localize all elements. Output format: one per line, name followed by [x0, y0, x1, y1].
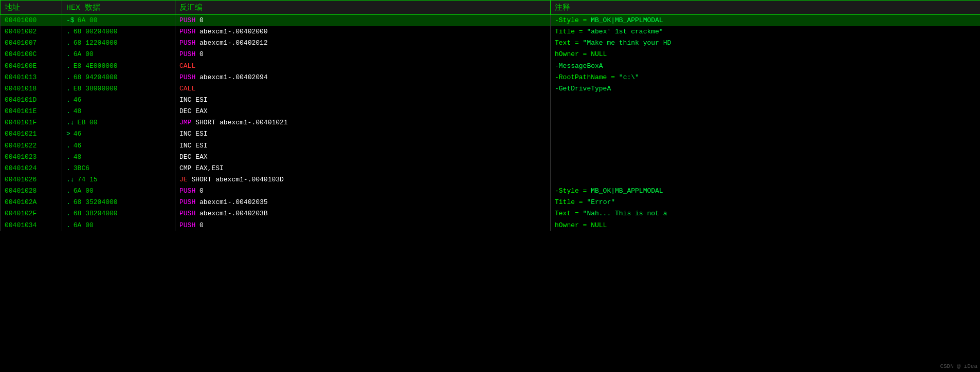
cell-asm: JMP SHORT abexcm1-.00401021	[175, 117, 551, 128]
cell-address: 00401022	[1, 140, 62, 152]
cell-address: 00401002	[1, 26, 62, 38]
row-marker: .↓	[66, 119, 75, 126]
comment-token: hOwner = NULL	[555, 50, 607, 58]
row-marker: >	[66, 130, 70, 138]
address-value: 00401013	[5, 73, 37, 81]
cell-address: 00401034	[1, 220, 62, 231]
hex-value: 46	[74, 142, 82, 150]
asm-token: DEC	[179, 107, 191, 115]
asm-token: abexcm1-.00402000	[195, 28, 267, 35]
table-row[interactable]: 00401000-$6A 00PUSH 0-Style = MB_OK|MB_A…	[1, 15, 981, 27]
table-row[interactable]: 0040102F.68 3B204000PUSH abexcm1-.004020…	[1, 208, 981, 219]
watermark-label: CSDN @ iDea	[940, 363, 977, 369]
table-row[interactable]: 0040101F.↓EB 00JMP SHORT abexcm1-.004010…	[1, 117, 981, 128]
table-row[interactable]: 0040102A.68 35204000PUSH abexcm1-.004020…	[1, 197, 981, 208]
hex-value: 6A 00	[74, 187, 94, 195]
table-row[interactable]: 00401013.68 94204000PUSH abexcm1-.004020…	[1, 72, 981, 83]
asm-token: CALL	[179, 62, 195, 70]
asm-token: EAX	[191, 107, 207, 115]
hex-value: 6A 00	[74, 221, 94, 229]
asm-token: abexcm1-.00402012	[195, 39, 267, 47]
cell-comment	[551, 152, 981, 163]
cell-comment	[551, 174, 981, 185]
cell-asm: INC ESI	[175, 128, 551, 140]
cell-comment: Text = "Nah... This is not a	[551, 208, 981, 219]
disassembly-table: 地址 HEX 数据 反汇编 注释 00401000-$6A 00PUSH 0-S…	[0, 0, 980, 231]
hex-value: 68 94204000	[74, 73, 118, 81]
cell-asm: INC ESI	[175, 140, 551, 152]
cell-asm: PUSH abexcm1-.0040203B	[175, 208, 551, 219]
asm-token: EAX	[191, 153, 207, 161]
row-marker: .	[66, 187, 70, 195]
row-marker: .	[66, 164, 70, 172]
asm-token: PUSH	[179, 210, 195, 217]
row-marker: .	[66, 198, 70, 206]
cell-comment: Text = "Make me think your HD	[551, 38, 981, 49]
cell-address: 00401013	[1, 72, 62, 83]
address-value: 00401024	[5, 164, 37, 172]
row-marker: .↓	[66, 176, 75, 183]
cell-address: 0040102F	[1, 208, 62, 219]
cell-asm: JE SHORT abexcm1-.0040103D	[175, 174, 551, 185]
hex-value: EB 00	[78, 119, 98, 126]
table-row[interactable]: 0040101E.48DEC EAX	[1, 106, 981, 117]
cell-asm: DEC EAX	[175, 106, 551, 117]
asm-token: abexcm1-.00402035	[195, 198, 267, 206]
table-row[interactable]: 00401021>46INC ESI	[1, 128, 981, 140]
asm-token: 0	[195, 50, 204, 58]
address-value: 00401021	[5, 130, 37, 138]
asm-token: INC	[179, 130, 191, 138]
asm-token: PUSH	[179, 187, 195, 195]
asm-token: PUSH	[179, 16, 195, 24]
table-row[interactable]: 0040101D.46INC ESI	[1, 95, 981, 106]
asm-token: EAX,ESI	[191, 164, 223, 172]
cell-hex: .46	[62, 95, 175, 106]
row-marker: .	[66, 210, 70, 217]
table-row[interactable]: 00401034.6A 00PUSH 0 hOwner = NULL	[1, 220, 981, 231]
hex-value: 68 00204000	[74, 28, 118, 35]
cell-hex: .68 3B204000	[62, 208, 175, 219]
table-row[interactable]: 0040100C.6A 00PUSH 0 hOwner = NULL	[1, 49, 981, 60]
comment-token: Text =	[555, 39, 583, 47]
comment-token: -Style =	[555, 187, 591, 195]
address-value: 0040100E	[5, 62, 37, 70]
hex-value: 48	[74, 153, 82, 161]
address-value: 00401002	[5, 28, 37, 35]
asm-token: PUSH	[179, 28, 195, 35]
table-row[interactable]: 00401022.46INC ESI	[1, 140, 981, 152]
cell-address: 0040102A	[1, 197, 62, 208]
col-asm-header: 反汇编	[175, 1, 551, 15]
comment-token: Title =	[555, 198, 587, 206]
cell-comment	[551, 163, 981, 174]
comment-token: -RootPathName =	[555, 73, 619, 81]
cell-hex: .6A 00	[62, 185, 175, 197]
hex-value: 68 12204000	[74, 39, 118, 47]
cell-address: 00401021	[1, 128, 62, 140]
comment-token: "Error"	[587, 198, 615, 206]
cell-comment	[551, 95, 981, 106]
table-row[interactable]: 00401007.68 12204000PUSH abexcm1-.004020…	[1, 38, 981, 49]
cell-asm: PUSH 0	[175, 15, 551, 27]
cell-hex: .E8 38000000	[62, 83, 175, 95]
table-row[interactable]: 00401023.48DEC EAX	[1, 152, 981, 163]
table-row[interactable]: 0040100E.E8 4E000000CALL -MessageBoxA	[1, 61, 981, 72]
table-row[interactable]: 00401024.3BC6CMP EAX,ESI	[1, 163, 981, 174]
asm-token: ESI	[191, 130, 207, 138]
cell-hex: .E8 4E000000	[62, 61, 175, 72]
table-row[interactable]: 00401018.E8 38000000CALL -GetDriveTypeA	[1, 83, 981, 95]
table-row[interactable]: 00401002.68 00204000PUSH abexcm1-.004020…	[1, 26, 981, 38]
comment-token: "Nah... This is not a	[583, 210, 667, 217]
comment-token: MB_OK|MB_APPLMODAL	[591, 16, 663, 24]
cell-asm: PUSH abexcm1-.00402000	[175, 26, 551, 38]
table-row[interactable]: 00401026.↓74 15JE SHORT abexcm1-.0040103…	[1, 174, 981, 185]
table-row[interactable]: 00401028.6A 00PUSH 0-Style = MB_OK|MB_AP…	[1, 185, 981, 197]
asm-token: 0	[195, 16, 204, 24]
comment-token: "c:\"	[619, 73, 639, 81]
comment-token: "Make me think your HD	[583, 39, 672, 47]
hex-value: 74 15	[78, 176, 98, 183]
cell-asm: PUSH 0	[175, 49, 551, 60]
asm-token: PUSH	[179, 198, 195, 206]
cell-address: 00401000	[1, 15, 62, 27]
cell-comment	[551, 140, 981, 152]
row-marker: .	[66, 107, 70, 115]
